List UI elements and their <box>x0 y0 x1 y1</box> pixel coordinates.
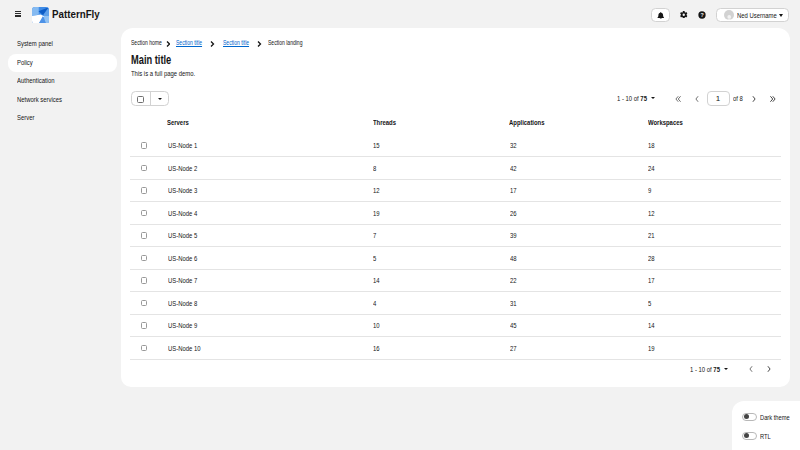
svg-text:?: ? <box>700 11 703 17</box>
